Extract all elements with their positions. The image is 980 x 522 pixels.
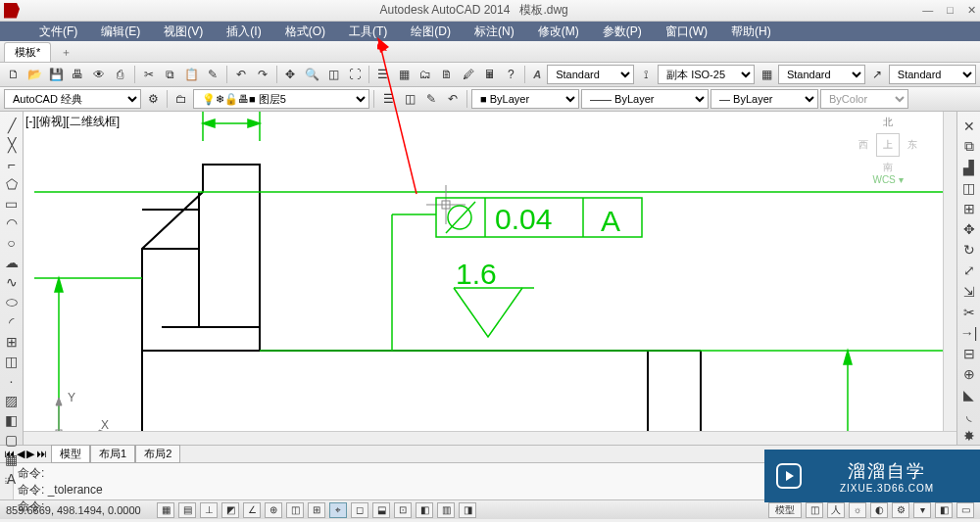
design-center-icon[interactable]: ▦ (394, 65, 414, 84)
status-r7-icon[interactable]: ◧ (935, 502, 953, 518)
text-style-dropdown[interactable]: Standard (547, 65, 634, 84)
block-icon[interactable]: ◫ (2, 354, 22, 369)
explode-icon[interactable]: ✸ (959, 428, 979, 445)
grid-button[interactable]: ▤ (178, 502, 196, 518)
menu-draw[interactable]: 绘图(D) (401, 22, 461, 42)
layer-states-icon[interactable]: ☰ (378, 89, 398, 109)
circle-icon[interactable]: ○ (2, 235, 22, 251)
misc-button[interactable]: ◨ (459, 502, 476, 518)
polygon-icon[interactable]: ⬠ (2, 176, 22, 192)
view-cube[interactable]: 北 西上东 南 WCS ▾ (858, 116, 917, 194)
drawing-canvas[interactable]: [-][俯视][二维线框] 北 西上东 南 WCS ▾ (24, 112, 956, 445)
spline-icon[interactable]: ∿ (2, 274, 22, 290)
document-tab[interactable]: 模板* (4, 42, 51, 62)
calc-icon[interactable]: 🖩 (480, 65, 500, 84)
qp-button[interactable]: ⊡ (394, 502, 412, 518)
ellipse-icon[interactable]: ⬭ (2, 294, 22, 310)
layer-prev-icon[interactable]: ↶ (443, 89, 463, 109)
cut-icon[interactable]: ✂ (139, 65, 159, 84)
snap-button[interactable]: ▦ (157, 502, 174, 518)
lineweight-dropdown[interactable]: — ByLayer (710, 89, 818, 109)
zoom-icon[interactable]: 🔍 (302, 65, 321, 84)
join-icon[interactable]: ⊕ (959, 366, 979, 383)
ducs-button[interactable]: ⊞ (308, 502, 325, 518)
v-scrollbar[interactable] (943, 112, 956, 431)
copy-obj-icon[interactable]: ⧉ (959, 138, 979, 155)
3dosnap-button[interactable]: ⊕ (265, 502, 282, 518)
zoom-extents-icon[interactable]: ⛶ (345, 65, 365, 84)
menu-format[interactable]: 格式(O) (275, 22, 335, 42)
status-r6-icon[interactable]: ▾ (913, 502, 931, 518)
print-icon[interactable]: 🖶 (68, 65, 87, 84)
break-icon[interactable]: ⊟ (959, 345, 979, 361)
tab-next-icon[interactable]: ▶ (26, 448, 34, 460)
status-r4-icon[interactable]: ◐ (870, 502, 888, 518)
fillet-icon[interactable]: ◟ (959, 407, 979, 424)
table-style-dropdown[interactable]: Standard (778, 65, 865, 84)
gradient-icon[interactable]: ◧ (2, 412, 22, 428)
menu-window[interactable]: 窗口(W) (656, 22, 717, 42)
menu-file[interactable]: 文件(F) (29, 22, 87, 42)
dyn-button[interactable]: ⌖ (329, 502, 347, 518)
menu-tools[interactable]: 工具(T) (339, 22, 397, 42)
status-r1-icon[interactable]: ◫ (806, 502, 823, 518)
revcloud-icon[interactable]: ☁ (2, 255, 22, 270)
layout-tab-model[interactable]: 模型 (51, 445, 90, 463)
layer-match-icon[interactable]: ✎ (421, 89, 441, 109)
tool-palettes-icon[interactable]: 🗂 (416, 65, 435, 84)
polar-button[interactable]: ◩ (221, 502, 239, 518)
properties-icon[interactable]: ☰ (373, 65, 393, 84)
menu-modify[interactable]: 修改(M) (528, 22, 589, 42)
table-icon[interactable]: ▦ (2, 451, 22, 467)
status-r5-icon[interactable]: ⚙ (892, 502, 909, 518)
chamfer-icon[interactable]: ◣ (959, 387, 979, 403)
tablestyle-icon[interactable]: ▦ (757, 65, 776, 84)
region-icon[interactable]: ▢ (2, 432, 22, 448)
publish-icon[interactable]: ⎙ (111, 65, 130, 84)
arc-icon[interactable]: ◠ (2, 215, 22, 231)
dim-style-dropdown[interactable]: 副本 ISO-25 (658, 65, 755, 84)
point-icon[interactable]: · (2, 373, 22, 389)
dimstyle-icon[interactable]: ⟟ (636, 65, 656, 84)
xline-icon[interactable]: ╳ (2, 137, 22, 153)
line-icon[interactable]: ╱ (2, 118, 22, 133)
color-dropdown[interactable]: ■ ByLayer (471, 89, 579, 109)
undo-icon[interactable]: ↶ (231, 65, 251, 84)
erase-icon[interactable]: ✕ (959, 118, 979, 134)
new-icon[interactable]: 🗋 (4, 65, 24, 84)
array-icon[interactable]: ⊞ (959, 201, 979, 217)
am-button[interactable]: ▥ (437, 502, 455, 518)
layer-properties-icon[interactable]: 🗀 (172, 89, 191, 109)
maximize-button[interactable]: □ (947, 4, 954, 17)
markup-icon[interactable]: 🖉 (459, 65, 478, 84)
layout-tab-2[interactable]: 布局2 (135, 445, 180, 463)
layer-dropdown[interactable]: 💡❄🔓🖶■ 图层5 (193, 89, 369, 109)
menu-help[interactable]: 帮助(H) (721, 22, 781, 42)
h-scrollbar[interactable] (24, 431, 956, 445)
status-r3-icon[interactable]: ☼ (849, 502, 866, 518)
new-tab-button[interactable]: ＋ (55, 43, 77, 62)
otrack-button[interactable]: ◫ (286, 502, 304, 518)
linetype-dropdown[interactable]: —— ByLayer (581, 89, 709, 109)
layer-iso-icon[interactable]: ◫ (400, 89, 419, 109)
stretch-icon[interactable]: ⇲ (959, 283, 979, 300)
pline-icon[interactable]: ⌐ (2, 157, 22, 172)
redo-icon[interactable]: ↷ (253, 65, 272, 84)
sheet-set-icon[interactable]: 🗎 (437, 65, 457, 84)
save-icon[interactable]: 💾 (47, 65, 67, 84)
workspace-settings-icon[interactable]: ⚙ (143, 89, 163, 109)
mleader-style-dropdown[interactable]: Standard (889, 65, 976, 84)
paste-icon[interactable]: 📋 (181, 65, 201, 84)
offset-icon[interactable]: ◫ (959, 179, 979, 196)
scale-icon[interactable]: ⤢ (959, 262, 979, 279)
hatch-icon[interactable]: ▨ (2, 393, 22, 408)
status-r8-icon[interactable]: ▭ (956, 502, 974, 518)
model-space-button[interactable]: 模型 (768, 502, 802, 518)
copy-icon[interactable]: ⧉ (161, 65, 180, 84)
help-icon[interactable]: ? (501, 65, 520, 84)
minimize-button[interactable]: — (922, 4, 933, 17)
menu-parametric[interactable]: 参数(P) (593, 22, 652, 42)
mirror-icon[interactable]: ▟ (959, 159, 979, 175)
open-icon[interactable]: 📂 (25, 65, 45, 84)
match-icon[interactable]: ✎ (203, 65, 222, 84)
